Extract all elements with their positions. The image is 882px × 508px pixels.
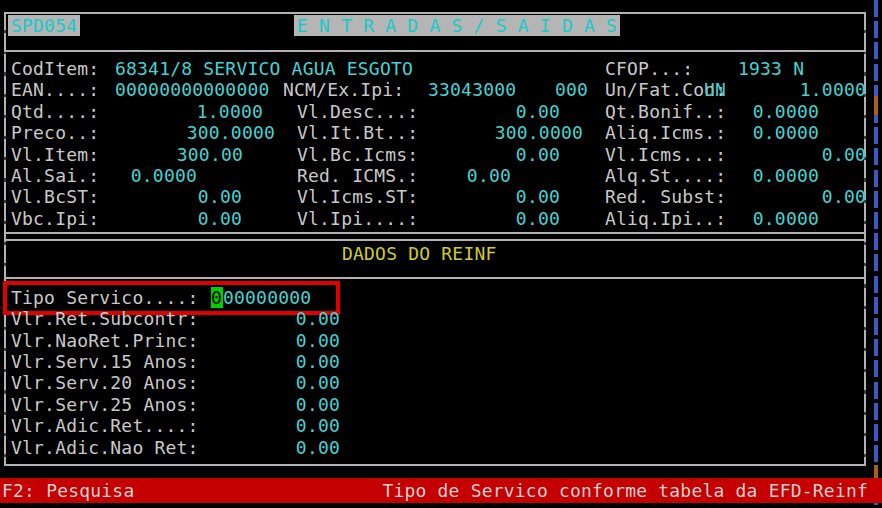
text-cursor: 0 bbox=[211, 287, 223, 308]
vbcipi-value: 0.00 bbox=[198, 208, 242, 229]
vlbcst-value: 0.00 bbox=[198, 186, 242, 207]
reinf-row-value: 0.00 bbox=[296, 394, 340, 415]
vlbcicms-label: Vl.Bc.Icms: bbox=[297, 144, 418, 165]
panel-border-top bbox=[4, 12, 866, 14]
vlicms-value: 0.00 bbox=[822, 144, 866, 165]
cfop-value: 1933 N bbox=[738, 58, 804, 79]
vlicmsst-label: Vl.Icms.ST: bbox=[297, 186, 418, 207]
screen-edge-mark bbox=[874, 96, 878, 115]
panel-border-title-separator bbox=[4, 50, 866, 52]
ncm-label: NCM/Ex.Ipi: bbox=[283, 79, 404, 100]
screen-edge-line bbox=[874, 0, 878, 508]
panel-border-item-bottom bbox=[4, 232, 866, 234]
panel-border-reinf-top bbox=[4, 239, 866, 241]
reinf-row-value: 0.00 bbox=[296, 330, 340, 351]
ean-label: EAN....: bbox=[11, 79, 99, 100]
vlbcst-label: Vl.BcST: bbox=[11, 186, 99, 207]
status-bar: F2: Pesquisa Tipo de Servico conforme ta… bbox=[0, 478, 882, 503]
aliqipi-value: 0.0000 bbox=[753, 208, 819, 229]
alsai-label: Al.Sai.: bbox=[11, 165, 99, 186]
coditem-value: 68341/8 SERVICO AGUA ESGOTO bbox=[115, 58, 413, 79]
redicms-value: 0.00 bbox=[467, 165, 511, 186]
alsai-value: 0.0000 bbox=[131, 165, 197, 186]
statusbar-help-text: Tipo de Servico conforme tabela da EFD-R… bbox=[382, 480, 868, 501]
reinf-row-value: 0.00 bbox=[296, 437, 340, 458]
unfat-unit: UN bbox=[704, 79, 726, 100]
vlitem-value: 300.00 bbox=[177, 144, 243, 165]
vlitbt-value: 300.0000 bbox=[495, 122, 583, 143]
reinf-row-value: 0.00 bbox=[296, 415, 340, 436]
vlicmsst-value: 0.00 bbox=[516, 186, 560, 207]
ncm-value: 33043000 bbox=[428, 79, 516, 100]
reinf-row-value: 0.00 bbox=[296, 351, 340, 372]
vlitem-label: Vl.Item: bbox=[11, 144, 99, 165]
panel-border-reinf-separator bbox=[4, 277, 866, 279]
tipo-servico-label: Tipo Servico....: bbox=[11, 287, 199, 308]
reinf-row-value: 0.00 bbox=[296, 308, 340, 329]
redsubst-label: Red. Subst: bbox=[605, 186, 726, 207]
qtbonif-value: 0.0000 bbox=[753, 101, 819, 122]
program-code: SPD054 bbox=[8, 15, 80, 36]
reinf-row-label: Vlr.NaoRet.Princ: bbox=[11, 330, 199, 351]
vlitbt-label: Vl.It.Bt..: bbox=[297, 122, 418, 143]
preco-label: Preco..: bbox=[11, 122, 99, 143]
panel-border-left bbox=[4, 12, 6, 466]
vlipi-label: Vl.Ipi....: bbox=[297, 208, 418, 229]
aliqicms-label: Aliq.Icms.: bbox=[605, 122, 726, 143]
page-title: E N T R A D A S / S A I D A S bbox=[294, 15, 620, 36]
aliqicms-value: 0.0000 bbox=[753, 122, 819, 143]
statusbar-f2-hint: F2: Pesquisa bbox=[2, 480, 134, 501]
reinf-section-title: DADOS DO REINF bbox=[342, 243, 497, 264]
vlipi-value: 0.00 bbox=[516, 208, 560, 229]
cfop-label: CFOP...: bbox=[605, 58, 693, 79]
preco-value: 300.0000 bbox=[187, 122, 275, 143]
reinf-row-label: Vlr.Adic.Ret....: bbox=[11, 415, 199, 436]
reinf-row-label: Vlr.Adic.Nao Ret: bbox=[11, 437, 199, 458]
vlbcicms-value: 0.00 bbox=[516, 144, 560, 165]
aliqipi-label: Aliq.Ipi..: bbox=[605, 208, 726, 229]
unfat-value: 1.0000 bbox=[800, 79, 866, 100]
qtd-value: 1.0000 bbox=[197, 101, 263, 122]
reinf-row-label: Vlr.Serv.15 Anos: bbox=[11, 351, 199, 372]
qtbonif-label: Qt.Bonif..: bbox=[605, 101, 726, 122]
alqst-value: 0.0000 bbox=[753, 165, 819, 186]
vbcipi-label: Vbc.Ipi: bbox=[11, 208, 99, 229]
coditem-label: CodItem: bbox=[11, 58, 99, 79]
qtd-label: Qtd....: bbox=[11, 101, 99, 122]
redsubst-value: 0.00 bbox=[822, 186, 866, 207]
vlicms-label: Vl.Icms...: bbox=[605, 144, 726, 165]
reinf-row-label: Vlr.Serv.25 Anos: bbox=[11, 394, 199, 415]
redicms-label: Red. ICMS.: bbox=[297, 165, 418, 186]
alqst-label: Alq.St....: bbox=[605, 165, 726, 186]
panel-border-reinf-bottom bbox=[4, 464, 866, 466]
reinf-row-label: Vlr.Serv.20 Anos: bbox=[11, 372, 199, 393]
tipo-servico-input[interactable]: 000000000 bbox=[211, 287, 311, 308]
vldesc-value: 0.00 bbox=[516, 101, 560, 122]
vldesc-label: Vl.Desc...: bbox=[297, 101, 418, 122]
ean-value: 00000000000000 bbox=[115, 79, 270, 100]
ex-ipi-value: 000 bbox=[555, 79, 588, 100]
reinf-row-value: 0.00 bbox=[296, 372, 340, 393]
tipo-servico-value: 00000000 bbox=[223, 287, 311, 308]
terminal-screen: SPD054 E N T R A D A S / S A I D A S Cod… bbox=[0, 0, 882, 508]
reinf-row-label: Vlr.Ret.Subcontr: bbox=[11, 308, 199, 329]
